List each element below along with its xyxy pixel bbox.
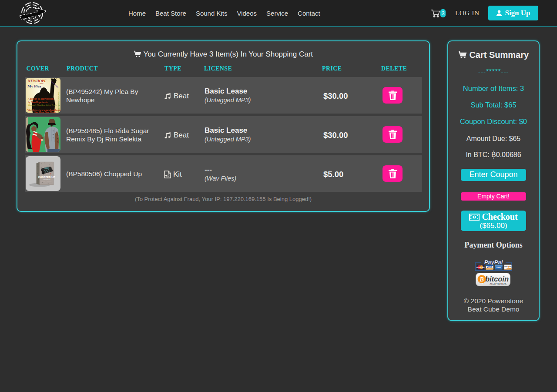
svg-text:by NewHope beats: by NewHope beats [28,101,48,104]
svg-text:sound kit: sound kit [43,179,50,181]
svg-text:Heaven's Plea Over Life's Tria: Heaven's Plea Over Life's Trials [28,104,57,106]
svg-text:A prayer of intercession: A prayer of intercession [27,97,54,100]
svg-text:For More New Music: For More New Music [34,111,57,113]
svg-text:MasterCard: MasterCard [476,267,485,268]
svg-text:bitcoin: bitcoin [485,275,509,283]
svg-text:www.newhopebeats.info: www.newhopebeats.info [58,92,60,113]
svg-text:CHOPPED UP: CHOPPED UP [38,176,55,178]
svg-text:NEWHOPE: NEWHOPE [27,79,47,83]
svg-text:My Plea: My Plea [27,84,41,88]
svg-text:PayPal: PayPal [484,259,503,265]
svg-text:1: 1 [473,215,475,219]
svg-text:ACCEPTED HERE: ACCEPTED HERE [489,283,507,285]
svg-text:AMEX: AMEX [497,267,501,268]
svg-text:B: B [479,276,484,283]
svg-text:VISA: VISA [487,266,493,268]
